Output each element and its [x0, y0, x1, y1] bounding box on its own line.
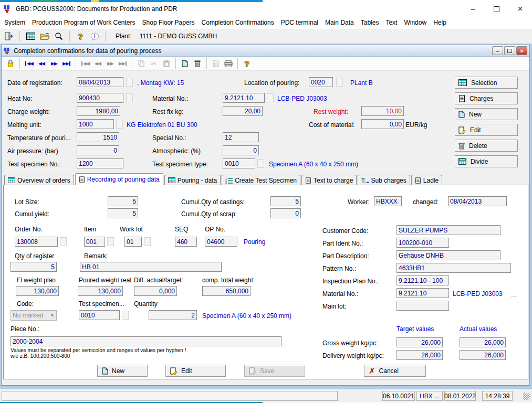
tab-create-test-specimen[interactable]: 123 Create Test Specimen: [222, 175, 300, 185]
child-close-icon[interactable]: ×: [516, 46, 527, 55]
worker-field[interactable]: HBXXX: [374, 196, 402, 206]
melting-unit-field[interactable]: 1000: [77, 119, 114, 129]
test-specimen-type-browse-button[interactable]: [257, 159, 264, 168]
next-item-icon[interactable]: ▶▶: [105, 58, 116, 69]
info-icon[interactable]: i: [89, 30, 100, 42]
paste-icon[interactable]: [161, 58, 172, 69]
code-dropdown[interactable]: No marked ▼: [11, 310, 57, 321]
customer-code-field[interactable]: SULZER PUMPS: [397, 225, 500, 235]
cost-of-material-field[interactable]: 0,00: [361, 119, 404, 129]
close-icon[interactable]: ×: [508, 2, 532, 16]
inspection-plan-no-field[interactable]: 9.2121.10 - 100: [397, 275, 449, 285]
tab-pouring-data[interactable]: Pouring - data: [164, 175, 221, 185]
gross-weight-actual-field[interactable]: 26,000: [460, 337, 506, 347]
print-icon[interactable]: [223, 58, 234, 69]
prev-page-icon[interactable]: ◀◀: [36, 58, 47, 69]
menu-tables[interactable]: Tables: [361, 19, 379, 26]
heat-no-field[interactable]: 900430: [77, 93, 123, 103]
part-ident-no-field[interactable]: 100200-010: [397, 238, 449, 248]
maximize-icon[interactable]: [485, 2, 508, 16]
material-no-field[interactable]: 9.2121.10: [223, 93, 265, 103]
part-description-field[interactable]: Gehäuse DNHB: [397, 250, 500, 260]
exit-icon[interactable]: [3, 30, 15, 42]
poured-weight-real-field[interactable]: 130,000: [78, 286, 123, 296]
temperature-field[interactable]: 1510: [77, 132, 119, 142]
new-button[interactable]: New: [455, 108, 518, 120]
open-folder-icon[interactable]: [39, 30, 50, 42]
rest-fix-kg-field[interactable]: 20,00: [223, 106, 263, 116]
selection-button[interactable]: Selection: [455, 77, 518, 89]
charges-button[interactable]: Charges: [455, 92, 518, 104]
quantity-field[interactable]: 2: [149, 310, 197, 320]
menu-system[interactable]: System: [4, 19, 25, 26]
last-item-icon[interactable]: ▶▶: [117, 58, 129, 69]
footer-cancel-button[interactable]: ✗ Cancel: [364, 365, 426, 377]
first-item-icon[interactable]: ◀◀: [79, 58, 91, 69]
date-browse-button[interactable]: [126, 78, 133, 87]
special-no-field[interactable]: 12: [223, 132, 259, 142]
delete-icon[interactable]: [192, 58, 203, 69]
edit-button[interactable]: Edit: [455, 124, 518, 136]
table-icon[interactable]: [25, 30, 36, 42]
search-icon[interactable]: [53, 30, 65, 42]
cumul-qty-scrap-field[interactable]: 0: [270, 208, 301, 218]
footer-save-button[interactable]: Save: [244, 365, 305, 377]
copy-icon[interactable]: [135, 58, 147, 69]
heat-no-browse-button[interactable]: [126, 93, 133, 102]
menu-pdc-terminal[interactable]: PDC terminal: [281, 19, 318, 26]
menu-window[interactable]: Window: [404, 19, 426, 26]
lot-size-field[interactable]: 5: [108, 196, 138, 206]
next-page-icon[interactable]: ▶▶: [48, 58, 60, 69]
delete-button[interactable]: Delete: [455, 140, 518, 152]
minimize-icon[interactable]: –: [461, 2, 485, 16]
test-specimen-type-field[interactable]: 0010: [223, 158, 255, 168]
tab-overview-of-orders[interactable]: Overview of orders: [4, 175, 74, 185]
rest-weight-field[interactable]: 10,00: [361, 106, 404, 116]
menu-production-program[interactable]: Production Program of Work Centers: [32, 19, 135, 26]
cut-icon[interactable]: ✂: [148, 58, 160, 69]
item-browse-button[interactable]: [107, 237, 114, 246]
first-record-icon[interactable]: ◀◀: [23, 58, 35, 69]
fl-weight-plan-field[interactable]: 130,000: [16, 286, 59, 296]
divide-button[interactable]: Divide: [455, 155, 518, 167]
child-minimize-icon[interactable]: –: [492, 46, 503, 55]
tab-recording-of-pouring-data[interactable]: Recording of pouring data: [75, 173, 163, 185]
print-preview-icon[interactable]: [210, 58, 222, 69]
help-icon[interactable]: ?: [75, 30, 86, 42]
remark-field[interactable]: HB 01: [80, 262, 222, 272]
menu-help[interactable]: Help: [433, 19, 446, 26]
status-user[interactable]: HBX ...: [416, 391, 443, 401]
diff-actual-target-field[interactable]: 0,000: [134, 286, 177, 296]
detail-material-no-field[interactable]: 9.2121.10: [397, 288, 449, 298]
order-no-field[interactable]: 130008: [15, 237, 58, 247]
test-specimen-field[interactable]: 0010: [79, 310, 120, 320]
material-no-browse-button[interactable]: [267, 93, 274, 102]
piece-no-field[interactable]: 2000-2004: [11, 336, 281, 346]
op-no-field[interactable]: 04600: [205, 237, 237, 247]
menu-main-data[interactable]: Main Data: [325, 19, 354, 26]
work-lot-field[interactable]: 01: [124, 237, 142, 247]
location-of-pouring-field[interactable]: 0020: [309, 77, 333, 87]
atmospheric-field[interactable]: 0: [223, 145, 259, 155]
menu-completion-confirmations[interactable]: Completion Confirmations: [202, 19, 274, 26]
seq-field[interactable]: 460: [175, 237, 197, 247]
tab-ladle[interactable]: Ladle: [411, 175, 442, 185]
resize-grip[interactable]: [523, 393, 530, 400]
footer-new-button[interactable]: New: [97, 365, 148, 377]
menu-text[interactable]: Text: [385, 19, 397, 26]
date-of-registration-field[interactable]: 08/04/2013: [77, 77, 123, 87]
child-restore-icon[interactable]: [504, 46, 515, 55]
item-field[interactable]: 001: [84, 237, 105, 247]
prev-item-icon[interactable]: ◀◀: [92, 58, 103, 69]
work-lot-browse-button[interactable]: [144, 237, 151, 246]
melting-unit-browse-button[interactable]: [116, 120, 123, 129]
charge-weight-field[interactable]: 1980,00: [77, 106, 120, 116]
help-icon[interactable]: ?: [241, 58, 253, 69]
footer-edit-button[interactable]: Edit: [165, 365, 226, 377]
pattern-no-field[interactable]: 4633HB1: [397, 263, 511, 273]
location-browse-button[interactable]: [336, 78, 343, 87]
gross-weight-target-field[interactable]: 26,000: [397, 337, 443, 347]
delivery-weight-actual-field[interactable]: 26,000: [460, 350, 506, 360]
comp-total-weight-field[interactable]: 650,000: [202, 286, 251, 296]
order-no-browse-button[interactable]: [60, 237, 67, 246]
